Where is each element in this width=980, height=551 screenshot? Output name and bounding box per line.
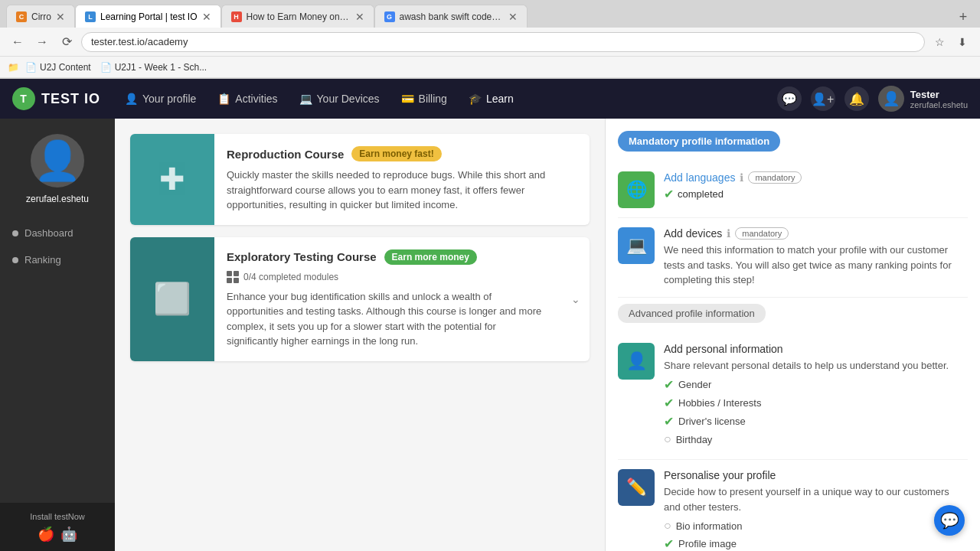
chat-nav-icon[interactable]: 💬 (777, 86, 802, 111)
nav-item-your-devices[interactable]: 💻Your Devices (290, 88, 389, 109)
tab-favicon: G (384, 11, 395, 22)
logo: T TEST IO (12, 87, 100, 110)
sub-item: ✔ Gender (664, 377, 968, 392)
nav-label: Your Devices (317, 93, 380, 105)
sidebar-item-dot (12, 230, 18, 236)
mandatory-badge: mandatory (748, 171, 802, 184)
nav-item-activities[interactable]: 📋Activities (208, 88, 286, 109)
tab-t2[interactable]: L Learning Portal | test IO ✕ (75, 5, 221, 28)
course-badge: Earn more money (384, 249, 477, 265)
check-done-icon: ✔ (664, 377, 674, 392)
tab-favicon: H (231, 11, 242, 22)
check-done-icon: ✔ (664, 414, 674, 429)
add-user-nav-icon[interactable]: 👤+ (811, 86, 835, 111)
nav-item-your-profile[interactable]: 👤Your profile (116, 88, 205, 109)
android-icon: 🤖 (60, 526, 77, 543)
bookmarks-bar: 📁 📄U2J Content📄U2J1 - Week 1 - Sch... (0, 57, 980, 78)
nav-item-billing[interactable]: 💳Billing (392, 88, 456, 109)
bookmark-item[interactable]: 📄U2J1 - Week 1 - Sch... (100, 62, 207, 73)
course-expand-button[interactable]: ⌄ (562, 237, 590, 361)
profile-item-icon: 👤 (618, 343, 655, 380)
address-bar[interactable]: tester.test.io/academy (81, 32, 925, 52)
sub-items: ✔ Gender ✔ Hobbies / Interests ✔ Driver'… (664, 377, 968, 446)
tab-close-button[interactable]: ✕ (56, 11, 65, 23)
profile-item-icon-sym: 👤 (626, 351, 647, 371)
logo-text: TEST IO (41, 91, 100, 107)
course-thumb-icon: ⬜ (153, 281, 191, 317)
sidebar: 👤 zerufael.eshetu DashboardRanking Insta… (0, 119, 115, 551)
profile-item-desc: Share relevant personal details to help … (664, 358, 968, 373)
profile-item-icon-sym: 💻 (626, 236, 647, 256)
course-body: Reproduction Course Earn money fast! Qui… (214, 134, 590, 225)
nav-icon: 💻 (299, 93, 312, 105)
sub-item: ○ Bio information (664, 519, 968, 533)
install-label: Install testNow (9, 512, 106, 521)
sub-item: ○ Birthday (664, 432, 968, 446)
check-empty-icon: ○ (664, 432, 671, 446)
check-icon: ✔ (664, 187, 674, 201)
tab-close-button[interactable]: ✕ (202, 11, 211, 23)
course-description: Enhance your bug identification skills a… (227, 289, 550, 349)
tab-t1[interactable]: C Cirro ✕ (6, 5, 75, 28)
tab-label: Learning Portal | test IO (100, 11, 198, 22)
bookmark-item[interactable]: 📄U2J Content (25, 62, 91, 73)
course-modules: 0/4 completed modules (227, 271, 550, 283)
sidebar-item-dot (12, 257, 18, 263)
course-badge: Earn money fast! (351, 146, 441, 161)
nav-label: Learn (486, 93, 514, 105)
profile-item-content: Add personal information Share relevant … (664, 343, 968, 451)
new-tab-button[interactable]: + (952, 6, 974, 28)
top-nav: T TEST IO 👤Your profile📋Activities💻Your … (0, 79, 980, 119)
check-done-icon: ✔ (664, 396, 674, 410)
check-empty-icon: ○ (664, 519, 671, 533)
sidebar-item-label: Dashboard (24, 227, 74, 239)
back-button[interactable]: ← (8, 32, 28, 52)
sub-item: ✔ Profile image (664, 536, 968, 551)
tab-t3[interactable]: H How to Earn Money on Test IO ✕ (221, 5, 374, 28)
sidebar-item-dashboard[interactable]: Dashboard (0, 220, 115, 246)
profile-item-title-row: Add personal information (664, 343, 968, 355)
modules-text: 0/4 completed modules (243, 272, 338, 282)
notifications-icon[interactable]: 🔔 (844, 86, 869, 111)
profile-item-title-text: Add personal information (664, 343, 783, 355)
tab-label: awash bank swift code - Googl... (400, 11, 504, 22)
profile-item-icon: 🌐 (618, 171, 655, 208)
forward-button[interactable]: → (32, 32, 52, 52)
user-menu[interactable]: 👤 Tester zerufael.eshetu (878, 86, 968, 112)
avatar: 👤 (878, 86, 904, 112)
mandatory-header-text: Mandatory profile information (629, 135, 769, 147)
sidebar-username: zerufael.eshetu (26, 194, 89, 204)
bookmarks-label: 📁 (8, 62, 19, 73)
course-thumbnail: ⬜ (130, 237, 214, 361)
course-thumbnail: ✚ (130, 134, 214, 225)
reload-button[interactable]: ⟳ (57, 32, 77, 52)
install-banner: Install testNow 🍎 🤖 (0, 503, 115, 551)
tab-t4[interactable]: G awash bank swift code - Googl... ✕ (374, 5, 528, 28)
check-done-icon: ✔ (664, 536, 674, 551)
main-layout: 👤 zerufael.eshetu DashboardRanking Insta… (0, 119, 980, 551)
mandatory-section-header: Mandatory profile information (618, 131, 780, 152)
nav-label: Billing (419, 93, 447, 105)
nav-icon: 👤 (125, 93, 138, 105)
tab-close-button[interactable]: ✕ (508, 11, 518, 23)
tab-close-button[interactable]: ✕ (355, 11, 364, 23)
content-area: ✚ Reproduction Course Earn money fast! Q… (115, 119, 980, 551)
profile-item-content: Add languages ℹ mandatory ✔completed (664, 171, 968, 201)
floating-chat-button[interactable]: 💬 (934, 505, 965, 536)
nav-item-learn[interactable]: 🎓Learn (459, 88, 523, 109)
bookmark-button[interactable]: ☆ (929, 32, 949, 52)
sub-item-label: Profile image (678, 538, 737, 549)
sub-item-label: Driver's license (678, 416, 746, 427)
info-icon: ℹ (727, 227, 730, 240)
profile-item-content: Add devices ℹ mandatory We need this inf… (664, 227, 968, 288)
download-button[interactable]: ⬇ (952, 32, 972, 52)
sub-item: ✔ Hobbies / Interests (664, 396, 968, 410)
app: T TEST IO 👤Your profile📋Activities💻Your … (0, 79, 980, 551)
profile-item-link[interactable]: Add languages (664, 171, 735, 184)
sidebar-item-label: Ranking (24, 254, 61, 266)
profile-item-title-row: Add devices ℹ mandatory (664, 227, 968, 240)
course-card: ✚ Reproduction Course Earn money fast! Q… (130, 134, 590, 225)
nav-icon: 📋 (217, 93, 230, 105)
sidebar-item-ranking[interactable]: Ranking (0, 246, 115, 273)
course-thumb-icon: ✚ (159, 161, 185, 197)
